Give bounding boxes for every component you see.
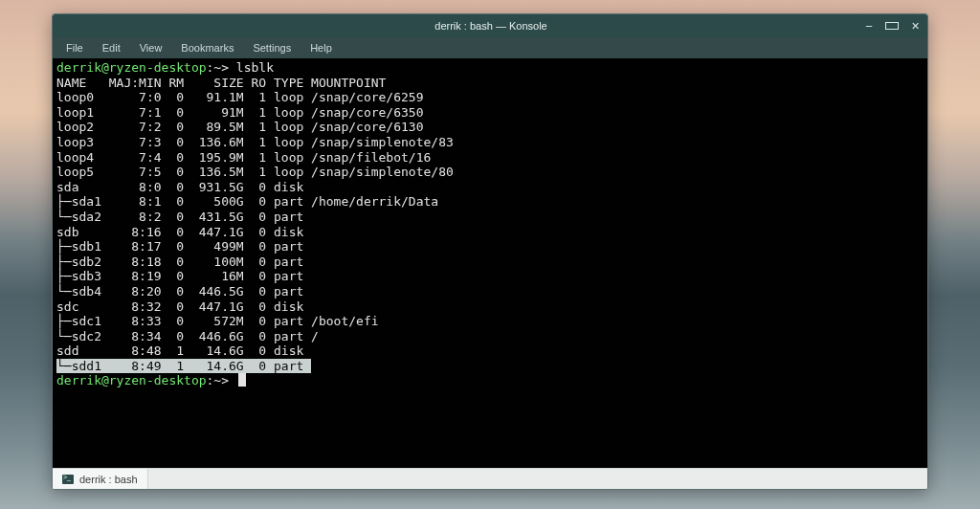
terminal-icon — [62, 475, 74, 484]
tab-session-1[interactable]: derrik : bash — [53, 469, 148, 489]
menu-view[interactable]: View — [132, 40, 170, 55]
window-controls — [862, 19, 922, 33]
tab-bar: derrik : bash — [53, 468, 927, 489]
close-button[interactable] — [908, 20, 922, 33]
maximize-button[interactable] — [885, 22, 899, 30]
menu-bookmarks[interactable]: Bookmarks — [173, 40, 241, 55]
menu-file[interactable]: File — [58, 40, 91, 55]
menu-help[interactable]: Help — [302, 40, 340, 55]
window-title: derrik : bash — Konsole — [120, 20, 862, 32]
tab-label: derrik : bash — [79, 474, 138, 485]
menu-edit[interactable]: Edit — [95, 40, 128, 55]
menu-settings[interactable]: Settings — [245, 40, 299, 55]
minimize-button[interactable] — [862, 19, 876, 33]
konsole-window: derrik : bash — Konsole File Edit View B… — [52, 13, 928, 490]
window-titlebar[interactable]: derrik : bash — Konsole — [53, 14, 927, 37]
menu-bar: File Edit View Bookmarks Settings Help — [53, 37, 927, 58]
desktop-background: derrik : bash — Konsole File Edit View B… — [0, 0, 980, 509]
terminal-viewport[interactable]: derrik@ryzen-desktop:~> lsblk NAME MAJ:M… — [53, 58, 927, 468]
